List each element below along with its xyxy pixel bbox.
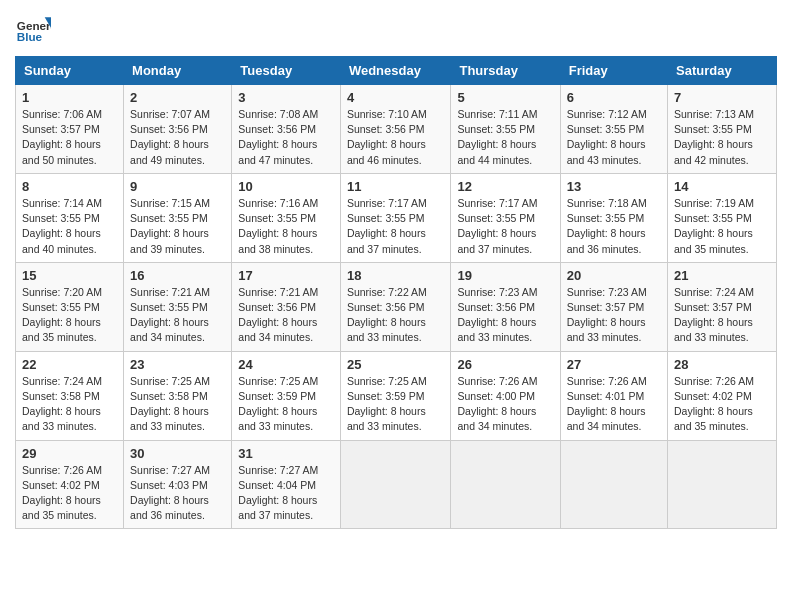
calendar-cell: 12Sunrise: 7:17 AMSunset: 3:55 PMDayligh… (451, 173, 560, 262)
calendar-cell: 5Sunrise: 7:11 AMSunset: 3:55 PMDaylight… (451, 85, 560, 174)
column-header-sunday: Sunday (16, 57, 124, 85)
calendar-cell: 26Sunrise: 7:26 AMSunset: 4:00 PMDayligh… (451, 351, 560, 440)
calendar-cell: 28Sunrise: 7:26 AMSunset: 4:02 PMDayligh… (668, 351, 777, 440)
calendar-cell: 15Sunrise: 7:20 AMSunset: 3:55 PMDayligh… (16, 262, 124, 351)
calendar-cell: 10Sunrise: 7:16 AMSunset: 3:55 PMDayligh… (232, 173, 341, 262)
calendar-row-3: 15Sunrise: 7:20 AMSunset: 3:55 PMDayligh… (16, 262, 777, 351)
calendar-row-5: 29Sunrise: 7:26 AMSunset: 4:02 PMDayligh… (16, 440, 777, 529)
svg-text:Blue: Blue (17, 30, 43, 43)
calendar-cell: 7Sunrise: 7:13 AMSunset: 3:55 PMDaylight… (668, 85, 777, 174)
column-header-saturday: Saturday (668, 57, 777, 85)
logo-icon: General Blue (15, 10, 51, 46)
calendar-cell: 20Sunrise: 7:23 AMSunset: 3:57 PMDayligh… (560, 262, 667, 351)
calendar-cell: 6Sunrise: 7:12 AMSunset: 3:55 PMDaylight… (560, 85, 667, 174)
calendar-cell: 23Sunrise: 7:25 AMSunset: 3:58 PMDayligh… (124, 351, 232, 440)
calendar-cell (560, 440, 667, 529)
calendar-cell: 9Sunrise: 7:15 AMSunset: 3:55 PMDaylight… (124, 173, 232, 262)
calendar-cell: 3Sunrise: 7:08 AMSunset: 3:56 PMDaylight… (232, 85, 341, 174)
calendar-cell: 21Sunrise: 7:24 AMSunset: 3:57 PMDayligh… (668, 262, 777, 351)
logo: General Blue (15, 10, 51, 46)
calendar-cell: 2Sunrise: 7:07 AMSunset: 3:56 PMDaylight… (124, 85, 232, 174)
column-header-wednesday: Wednesday (340, 57, 451, 85)
calendar-cell (451, 440, 560, 529)
calendar-cell: 14Sunrise: 7:19 AMSunset: 3:55 PMDayligh… (668, 173, 777, 262)
calendar-row-2: 8Sunrise: 7:14 AMSunset: 3:55 PMDaylight… (16, 173, 777, 262)
calendar-cell (668, 440, 777, 529)
calendar-cell: 27Sunrise: 7:26 AMSunset: 4:01 PMDayligh… (560, 351, 667, 440)
calendar-cell: 29Sunrise: 7:26 AMSunset: 4:02 PMDayligh… (16, 440, 124, 529)
calendar-cell: 30Sunrise: 7:27 AMSunset: 4:03 PMDayligh… (124, 440, 232, 529)
calendar-cell: 17Sunrise: 7:21 AMSunset: 3:56 PMDayligh… (232, 262, 341, 351)
calendar-cell: 18Sunrise: 7:22 AMSunset: 3:56 PMDayligh… (340, 262, 451, 351)
calendar-cell: 13Sunrise: 7:18 AMSunset: 3:55 PMDayligh… (560, 173, 667, 262)
calendar-cell (340, 440, 451, 529)
column-header-friday: Friday (560, 57, 667, 85)
column-header-thursday: Thursday (451, 57, 560, 85)
calendar-cell: 25Sunrise: 7:25 AMSunset: 3:59 PMDayligh… (340, 351, 451, 440)
calendar-cell: 8Sunrise: 7:14 AMSunset: 3:55 PMDaylight… (16, 173, 124, 262)
calendar-row-1: 1Sunrise: 7:06 AMSunset: 3:57 PMDaylight… (16, 85, 777, 174)
calendar-cell: 19Sunrise: 7:23 AMSunset: 3:56 PMDayligh… (451, 262, 560, 351)
calendar-cell: 22Sunrise: 7:24 AMSunset: 3:58 PMDayligh… (16, 351, 124, 440)
calendar-cell: 31Sunrise: 7:27 AMSunset: 4:04 PMDayligh… (232, 440, 341, 529)
calendar-cell: 1Sunrise: 7:06 AMSunset: 3:57 PMDaylight… (16, 85, 124, 174)
column-header-monday: Monday (124, 57, 232, 85)
calendar-cell: 4Sunrise: 7:10 AMSunset: 3:56 PMDaylight… (340, 85, 451, 174)
calendar-row-4: 22Sunrise: 7:24 AMSunset: 3:58 PMDayligh… (16, 351, 777, 440)
calendar-cell: 11Sunrise: 7:17 AMSunset: 3:55 PMDayligh… (340, 173, 451, 262)
calendar-cell: 24Sunrise: 7:25 AMSunset: 3:59 PMDayligh… (232, 351, 341, 440)
calendar-table: SundayMondayTuesdayWednesdayThursdayFrid… (15, 56, 777, 529)
column-header-tuesday: Tuesday (232, 57, 341, 85)
calendar-cell: 16Sunrise: 7:21 AMSunset: 3:55 PMDayligh… (124, 262, 232, 351)
calendar-header-row: SundayMondayTuesdayWednesdayThursdayFrid… (16, 57, 777, 85)
page-header: General Blue (15, 10, 777, 46)
